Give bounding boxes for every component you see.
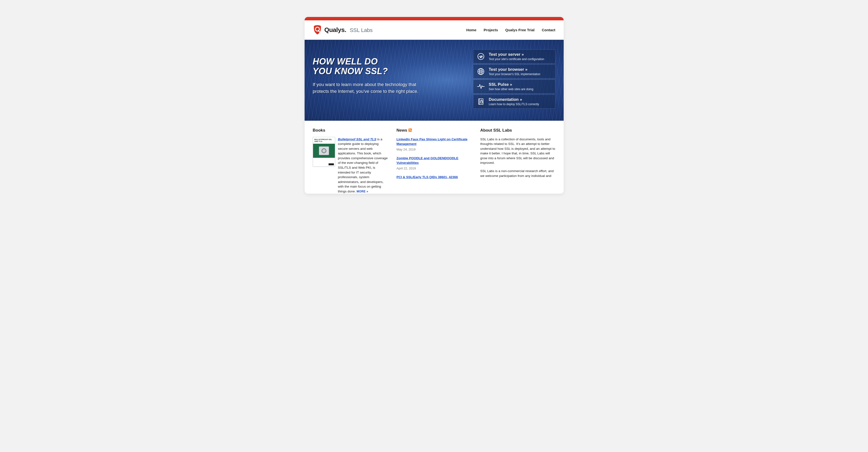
book-cover[interactable]: BULLETPROOF SSL AND TLS (313, 137, 335, 167)
news-item: PCI & SSL/Early TLS QIDs 38601, 42366 (397, 175, 472, 179)
panel-title: Test your browser » (489, 67, 540, 72)
about-column: About SSL Labs SSL Labs is a collection … (480, 128, 555, 194)
qualys-logo-icon (313, 25, 322, 35)
brand-name-text: Qualys (324, 26, 345, 33)
brand-dot: . (344, 26, 346, 33)
globe-icon (477, 67, 485, 76)
book-cover-footer (313, 158, 335, 166)
nav-free-trial[interactable]: Qualys Free Trial (505, 28, 535, 32)
panel-subtitle: See how other web sites are doing (489, 87, 533, 91)
panel-subtitle: Test your site's certificate and configu… (489, 57, 544, 61)
panel-test-browser[interactable]: Test your browser » Test your browser's … (473, 64, 555, 79)
book-blurb-text: is a complete guide to deploying secure … (338, 137, 388, 193)
main-nav: Home Projects Qualys Free Trial Contact (466, 28, 555, 32)
news-heading: News (397, 128, 472, 134)
top-accent-bar (305, 17, 564, 20)
news-link[interactable]: Zombie POODLE and GOLDENDOODLE Vulnerabi… (397, 156, 459, 165)
hero-text: HOW WELL DO YOU KNOW SSL? If you want to… (313, 50, 429, 109)
panel-subtitle: Test your browser's SSL implementation (489, 73, 540, 76)
brand-name: Qualys. SSL Labs (324, 26, 373, 34)
hero-title-line2: YOU KNOW SSL? (313, 66, 429, 76)
hero: HOW WELL DO YOU KNOW SSL? If you want to… (305, 40, 564, 121)
nav-contact[interactable]: Contact (542, 28, 555, 32)
book-cover-art (313, 144, 335, 158)
about-paragraph-1: SSL Labs is a collection of documents, t… (480, 137, 555, 165)
book-title-link[interactable]: Bulletproof SSL and TLS (338, 137, 376, 141)
nav-home[interactable]: Home (466, 28, 476, 32)
panel-subtitle: Learn how to deploy SSL/TLS correctly (489, 103, 539, 106)
hero-panel-group: Test your server » Test your site's cert… (473, 50, 555, 109)
nav-projects[interactable]: Projects (484, 28, 498, 32)
panel-ssl-pulse[interactable]: SSL Pulse » See how other web sites are … (473, 80, 555, 93)
gauge-icon (477, 52, 485, 61)
panel-test-server[interactable]: Test your server » Test your site's cert… (473, 50, 555, 63)
content-columns: Books BULLETPROOF SSL AND TLS Bulletproo… (305, 121, 564, 194)
brand[interactable]: Qualys. SSL Labs (313, 25, 373, 35)
book-more-link[interactable]: MORE » (356, 190, 368, 193)
brand-subtitle: SSL Labs (350, 27, 373, 33)
panel-documentation[interactable]: Documentation » Learn how to deploy SSL/… (473, 94, 555, 109)
news-item: LinkedIn Faux Pas Shines Light on Certif… (397, 137, 472, 152)
news-column: News LinkedIn Faux Pas Shines Light on C… (397, 128, 472, 194)
news-date: May 24, 2019 (397, 147, 472, 152)
news-date: April 22, 2019 (397, 166, 472, 171)
hero-description: If you want to learn more about the tech… (313, 81, 429, 94)
hero-title: HOW WELL DO YOU KNOW SSL? (313, 57, 429, 76)
about-paragraph-2: SSL Labs is a non-commercial research ef… (480, 169, 555, 178)
book-blurb: Bulletproof SSL and TLS is a complete gu… (338, 137, 388, 194)
rss-icon[interactable] (408, 129, 412, 132)
book-lock-icon (477, 97, 485, 106)
hero-title-line1: HOW WELL DO (313, 57, 429, 66)
panel-title: SSL Pulse » (489, 82, 533, 87)
panel-title: Test your server » (489, 52, 544, 57)
news-item: Zombie POODLE and GOLDENDOODLE Vulnerabi… (397, 156, 472, 171)
books-heading: Books (313, 128, 388, 134)
pulse-icon (477, 82, 485, 91)
books-column: Books BULLETPROOF SSL AND TLS Bulletproo… (313, 128, 388, 194)
news-heading-text: News (397, 128, 407, 133)
news-link[interactable]: LinkedIn Faux Pas Shines Light on Certif… (397, 137, 468, 146)
book-row: BULLETPROOF SSL AND TLS Bulletproof SSL … (313, 137, 388, 194)
safe-icon (319, 146, 329, 155)
about-heading: About SSL Labs (480, 128, 555, 134)
news-link[interactable]: PCI & SSL/Early TLS QIDs 38601, 42366 (397, 175, 458, 179)
header: Qualys. SSL Labs Home Projects Qualys Fr… (305, 20, 564, 40)
book-cover-title: BULLETPROOF SSL AND TLS (313, 137, 335, 142)
svg-point-1 (478, 53, 484, 60)
panel-title: Documentation » (489, 97, 539, 102)
page-frame: Qualys. SSL Labs Home Projects Qualys Fr… (305, 17, 564, 194)
svg-rect-9 (480, 101, 483, 103)
